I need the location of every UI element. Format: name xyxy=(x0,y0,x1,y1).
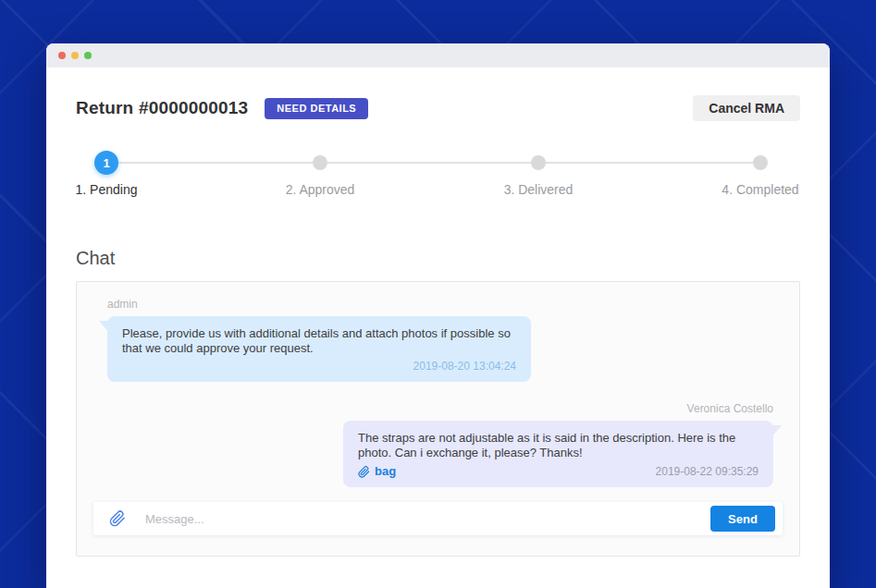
step-dot-completed xyxy=(753,155,768,170)
window-titlebar xyxy=(46,43,830,67)
message-text: The straps are not adjustable as it is s… xyxy=(358,431,735,459)
message-bubble: The straps are not adjustable as it is s… xyxy=(343,421,773,487)
chat-message-admin: admin Please, provide us with additional… xyxy=(77,282,799,382)
message-timestamp: 2019-08-20 13:04:24 xyxy=(122,359,516,374)
rma-window: Return #0000000013 NEED DETAILS Cancel R… xyxy=(46,43,830,588)
message-bubble: Please, provide us with additional detai… xyxy=(107,316,531,382)
step-label-approved: 2. Approved xyxy=(286,182,355,197)
progress-stepper: 1 1. Pending 2. Approved 3. Delivered 4.… xyxy=(76,151,800,208)
message-input-bar: Send xyxy=(93,502,783,535)
message-author: Veronica Costello xyxy=(77,402,773,415)
chat-message-customer: Veronica Costello The straps are not adj… xyxy=(77,382,799,487)
attachment-name: bag xyxy=(375,464,396,479)
zoom-icon[interactable] xyxy=(84,52,92,59)
step-dot-pending: 1 xyxy=(94,151,118,175)
step-dot-approved xyxy=(313,155,327,170)
chat-heading: Chat xyxy=(76,248,800,269)
step-label-delivered: 3. Delivered xyxy=(504,182,574,197)
attach-file-button[interactable] xyxy=(109,510,126,527)
message-timestamp: 2019-08-22 09:35:29 xyxy=(656,464,759,479)
message-text: Please, provide us with additional detai… xyxy=(122,326,511,355)
attachment-link[interactable]: bag xyxy=(358,464,396,479)
cancel-rma-button[interactable]: Cancel RMA xyxy=(693,95,800,121)
stepper-track xyxy=(106,162,760,164)
page-header: Return #0000000013 NEED DETAILS Cancel R… xyxy=(76,95,800,121)
minimize-icon[interactable] xyxy=(71,52,79,59)
close-icon[interactable] xyxy=(58,52,66,59)
send-button[interactable]: Send xyxy=(710,506,775,532)
status-badge: NEED DETAILS xyxy=(265,98,368,119)
step-label-completed: 4. Completed xyxy=(722,182,798,197)
paperclip-icon xyxy=(358,466,370,478)
page-title: Return #0000000013 xyxy=(76,98,248,118)
message-input[interactable] xyxy=(145,512,710,526)
message-author: admin xyxy=(107,298,799,311)
step-label-pending: 1. Pending xyxy=(76,182,138,197)
step-dot-delivered xyxy=(531,155,546,170)
chat-panel: admin Please, provide us with additional… xyxy=(76,281,800,557)
paperclip-icon xyxy=(109,510,126,527)
